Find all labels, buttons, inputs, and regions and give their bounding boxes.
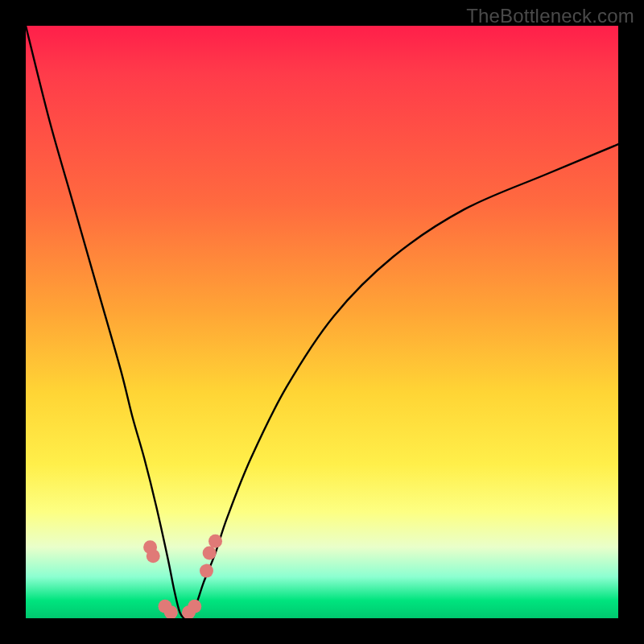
- plot-area: [26, 26, 618, 618]
- data-point: [208, 535, 222, 548]
- curve-data-points: [143, 535, 222, 618]
- watermark-text: TheBottleneck.com: [466, 5, 634, 27]
- data-point: [203, 547, 217, 560]
- bottleneck-curve: [26, 26, 618, 618]
- data-point: [188, 600, 201, 613]
- data-point: [200, 564, 213, 578]
- bottleneck-curve-svg: [26, 26, 618, 618]
- chart-frame: TheBottleneck.com: [0, 0, 644, 644]
- data-point: [147, 549, 160, 563]
